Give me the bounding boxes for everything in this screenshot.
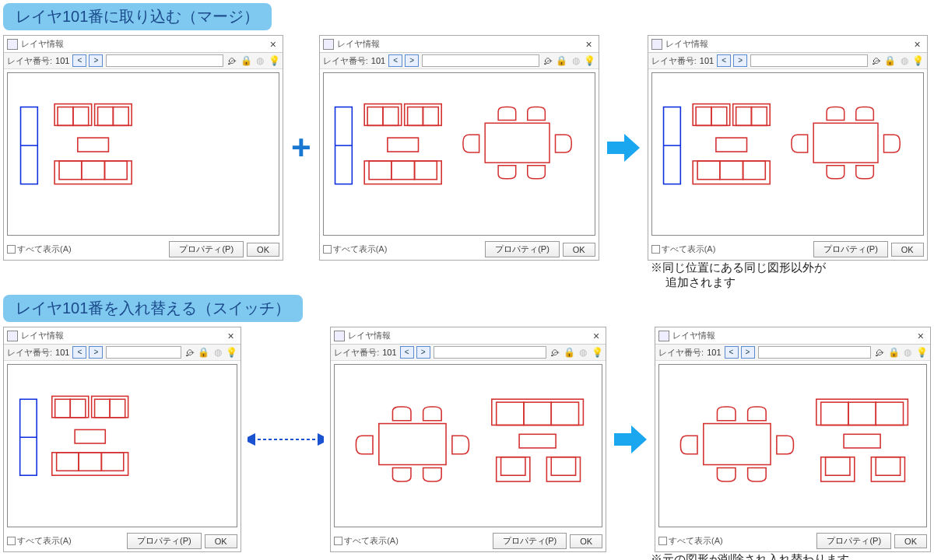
merge-section: レイヤ101番に取り込む（マージ） レイヤ情報 × レイヤ番号: 101 < >…: [3, 3, 931, 290]
ok-button[interactable]: OK: [205, 534, 237, 548]
merge-note: ※同じ位置にある同じ図形以外が 追加されます: [651, 261, 931, 290]
layer-name-input[interactable]: [434, 346, 546, 359]
show-all-checkbox[interactable]: すべて表示(A): [7, 243, 166, 255]
show-all-checkbox[interactable]: すべて表示(A): [7, 535, 124, 547]
switch-note: ※元の図形が削除され入れ替わります: [651, 552, 931, 560]
snapshot-icon[interactable]: ⌮: [550, 347, 560, 358]
layer-panel: レイヤ情報 × レイヤ番号: 101 < > ⌮ 🔒 ◍ 💡: [3, 327, 241, 552]
layer-canvas: [7, 72, 279, 236]
show-all-checkbox[interactable]: すべて表示(A): [658, 535, 813, 547]
layer-number-label: レイヤ番号:: [7, 55, 52, 67]
swap-arrow-icon: [248, 432, 325, 447]
next-layer-button[interactable]: >: [416, 346, 430, 359]
app-icon: [7, 39, 18, 50]
prev-layer-button[interactable]: <: [400, 346, 414, 359]
properties-button[interactable]: プロパティ(P): [813, 241, 888, 257]
close-icon[interactable]: ×: [224, 330, 237, 342]
prev-layer-button[interactable]: <: [72, 346, 86, 359]
switch-heading: レイヤ101番を入れ替える（スイッチ）: [3, 295, 303, 322]
lock-icon[interactable]: 🔒: [888, 347, 899, 358]
globe-icon[interactable]: ◍: [578, 347, 588, 358]
next-layer-button[interactable]: >: [405, 54, 419, 67]
layer-canvas: [7, 364, 237, 527]
prev-layer-button[interactable]: <: [725, 346, 739, 359]
snapshot-icon[interactable]: ⌮: [871, 55, 882, 66]
ok-button[interactable]: OK: [894, 534, 927, 548]
lock-icon[interactable]: 🔒: [241, 55, 251, 66]
app-icon: [323, 39, 334, 50]
snapshot-icon[interactable]: ⌮: [184, 347, 195, 358]
ok-button[interactable]: OK: [891, 243, 924, 257]
visibility-bulb-icon[interactable]: 💡: [585, 55, 595, 66]
plus-icon: +: [290, 131, 313, 165]
prev-layer-button[interactable]: <: [717, 54, 731, 67]
layer-name-input[interactable]: [106, 54, 223, 67]
layer-canvas: [334, 364, 602, 527]
merge-heading: レイヤ101番に取り込む（マージ）: [3, 3, 272, 30]
properties-button[interactable]: プロパティ(P): [485, 241, 560, 257]
layer-canvas: [323, 72, 595, 236]
lock-icon[interactable]: 🔒: [564, 347, 574, 358]
snapshot-icon[interactable]: ⌮: [542, 55, 553, 66]
layer-canvas: [658, 364, 927, 527]
show-all-checkbox[interactable]: すべて表示(A): [323, 243, 482, 255]
window-title: レイヤ情報: [21, 38, 267, 50]
close-icon[interactable]: ×: [590, 330, 602, 342]
switch-section: レイヤ101番を入れ替える（スイッチ） レイヤ情報 × レイヤ番号: 101 <…: [3, 295, 931, 560]
app-icon: [7, 331, 18, 341]
show-all-checkbox[interactable]: すべて表示(A): [651, 243, 810, 255]
close-icon[interactable]: ×: [583, 38, 595, 51]
prev-layer-button[interactable]: <: [72, 54, 86, 67]
ok-button[interactable]: OK: [247, 243, 279, 257]
result-arrow-icon: [613, 424, 648, 455]
properties-button[interactable]: プロパティ(P): [816, 533, 891, 549]
properties-button[interactable]: プロパティ(P): [493, 533, 567, 549]
lock-icon[interactable]: 🔒: [885, 55, 896, 66]
visibility-bulb-icon[interactable]: 💡: [226, 347, 237, 358]
layer-canvas: [651, 72, 924, 236]
merge-row: レイヤ情報 × レイヤ番号: 101 < > ⌮ 🔒 ◍ 💡: [3, 35, 931, 261]
visibility-bulb-icon[interactable]: 💡: [592, 347, 602, 358]
properties-button[interactable]: プロパティ(P): [169, 241, 244, 257]
snapshot-icon[interactable]: ⌮: [226, 55, 237, 66]
visibility-bulb-icon[interactable]: 💡: [913, 55, 924, 66]
app-icon: [334, 331, 345, 341]
globe-icon[interactable]: ◍: [902, 347, 913, 358]
visibility-bulb-icon[interactable]: 💡: [916, 347, 927, 358]
visibility-bulb-icon[interactable]: 💡: [269, 55, 279, 66]
layer-panel: レイヤ情報 × レイヤ番号: 101 < > ⌮ 🔒 ◍ 💡: [319, 35, 599, 261]
ok-button[interactable]: OK: [563, 243, 595, 257]
app-icon: [651, 39, 662, 50]
close-icon[interactable]: ×: [915, 330, 927, 342]
layer-name-input[interactable]: [758, 346, 871, 359]
layer-panel: レイヤ情報 × レイヤ番号: 101 < > ⌮ 🔒 ◍ 💡 すべて表示(A: [330, 327, 606, 552]
layer-name-input[interactable]: [422, 54, 539, 67]
switch-row: レイヤ情報 × レイヤ番号: 101 < > ⌮ 🔒 ◍ 💡: [3, 327, 931, 552]
close-icon[interactable]: ×: [267, 38, 279, 51]
globe-icon[interactable]: ◍: [255, 55, 265, 66]
globe-icon[interactable]: ◍: [212, 347, 223, 358]
show-all-checkbox[interactable]: すべて表示(A): [334, 535, 489, 547]
lock-icon[interactable]: 🔒: [557, 55, 567, 66]
next-layer-button[interactable]: >: [733, 54, 747, 67]
globe-icon[interactable]: ◍: [899, 55, 910, 66]
ok-button[interactable]: OK: [570, 534, 602, 548]
globe-icon[interactable]: ◍: [571, 55, 581, 66]
result-arrow-icon: [606, 132, 641, 163]
layer-panel: レイヤ情報 × レイヤ番号: 101 < > ⌮ 🔒 ◍ 💡: [648, 35, 928, 261]
next-layer-button[interactable]: >: [741, 346, 755, 359]
layer-name-input[interactable]: [106, 346, 181, 359]
next-layer-button[interactable]: >: [89, 346, 103, 359]
lock-icon[interactable]: 🔒: [198, 347, 209, 358]
close-icon[interactable]: ×: [911, 38, 924, 51]
prev-layer-button[interactable]: <: [388, 54, 402, 67]
next-layer-button[interactable]: >: [89, 54, 103, 67]
properties-button[interactable]: プロパティ(P): [127, 533, 202, 549]
layer-panel: レイヤ情報 × レイヤ番号: 101 < > ⌮ 🔒 ◍ 💡 すべて表示(A: [655, 327, 931, 552]
app-icon: [658, 331, 669, 341]
snapshot-icon[interactable]: ⌮: [874, 347, 885, 358]
layer-name-input[interactable]: [750, 54, 868, 67]
layer-number-value: 101: [55, 56, 69, 65]
layer-panel: レイヤ情報 × レイヤ番号: 101 < > ⌮ 🔒 ◍ 💡: [3, 35, 283, 261]
